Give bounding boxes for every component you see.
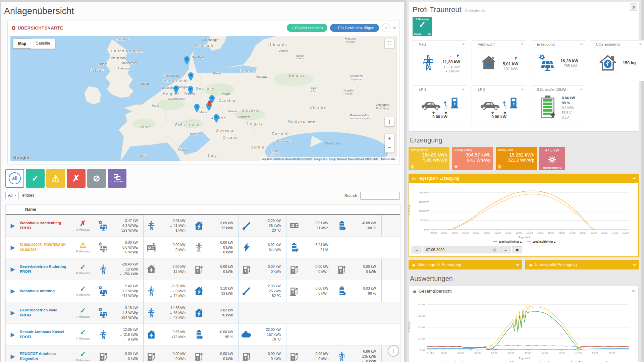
play-button[interactable]: ▶ (6, 266, 20, 273)
chevron-down-icon[interactable] (580, 87, 583, 90)
ertrag-tile[interactable]: Ertrag Vortag 304,57 kWh 6,41 Wh/Wp (452, 147, 493, 170)
map-label: Lithuania (268, 43, 287, 47)
page-size-select[interactable]: All ▾ (5, 192, 19, 199)
device-card-verbrauch[interactable]: ○Verbrauch ←5,01 kW 101 kWh (472, 40, 526, 81)
collapse-chevron-icon[interactable] (393, 25, 396, 29)
device-cell: 0.00 kW0 kWh (96, 346, 143, 362)
settings-button[interactable] (630, 3, 637, 11)
tagesgrafik-panel: Tagesgrafik Erzeugung Leistung 0 W5000 W… (409, 174, 639, 257)
map-pin[interactable] (187, 72, 194, 81)
device-cell: -0.08 kW100 % (334, 215, 381, 236)
device-cell: -14.63 kW→ 36 kWh← 47 kWh (143, 302, 191, 323)
play-button[interactable]: ▶ (6, 353, 20, 360)
ertrag-tile[interactable]: Ertrag Jahr 15.262 kWh 321,2 Wh/Wp (496, 147, 537, 170)
column-divider (381, 346, 382, 362)
car-icon (421, 100, 441, 110)
expand-button[interactable] (382, 23, 390, 32)
jahresgrafik-bar[interactable]: Jahresgrafik Erzeugung (525, 260, 639, 269)
map-type-satellite[interactable]: Satellite (31, 39, 55, 49)
plant-name-link[interactable]: 51909-00005: POWRBANK 30-60/208 (20, 242, 70, 252)
y-axis-label: Leistung (408, 322, 411, 332)
fullscreen-button[interactable] (385, 39, 394, 48)
gesamtuebersicht-header[interactable]: Gesamtübersicht (409, 286, 638, 297)
pegman-button[interactable] (385, 117, 394, 126)
legend-item[interactable]: Wechselrichter 1 (493, 240, 522, 243)
date-field[interactable]: 07.05.2020 (423, 246, 499, 253)
tagesgrafik-header[interactable]: Tagesgrafik Erzeugung (409, 174, 638, 183)
play-button[interactable]: ▶ (6, 288, 20, 295)
plant-name-link[interactable]: Gewerbebetrieb Wald PROFI (20, 308, 70, 318)
map-label: Isle of Man (111, 57, 125, 60)
chevron-down-icon[interactable] (521, 42, 524, 45)
add-device-button[interactable]: + Ein Gerät hinzufügen (330, 24, 379, 32)
map-label: Edinburgh (116, 38, 129, 41)
device-card-lp-1[interactable]: ○LP 1 ◆ - - - ◆ 0.00 kW (413, 85, 467, 126)
monatsgrafik-bar[interactable]: Monatsgrafik Erzeugung (409, 260, 522, 269)
zoom-in-button[interactable]: + (385, 134, 394, 143)
chevron-down-icon[interactable] (639, 42, 642, 45)
play-button[interactable]: ▶ (6, 244, 20, 251)
play-button[interactable]: ▶ (6, 309, 20, 316)
chevron-down-icon[interactable] (462, 42, 465, 45)
terms-link[interactable]: Terms of Use (381, 158, 395, 161)
prev-day-button[interactable]: ← (412, 246, 422, 253)
plant-overview-section: Anlagenübersicht ÜBERSICHTSKARTE + Clust… (1, 2, 404, 362)
chevron-down-icon[interactable] (462, 87, 465, 90)
map-type-map[interactable]: Map (13, 39, 31, 49)
plant-name-link[interactable]: Wohnhaus Altötting (20, 289, 70, 294)
map-pin[interactable] (173, 85, 179, 94)
filter-all-button[interactable]: all (5, 169, 24, 188)
home-button[interactable] (512, 246, 522, 253)
filter-warning-button[interactable]: ⚠ (46, 169, 65, 188)
europe-map[interactable]: EdinburghUnited KingdomIsle of ManDublin… (10, 36, 397, 161)
map-pin-alert[interactable] (207, 100, 212, 107)
next-day-button[interactable]: → (500, 246, 511, 253)
column-divider (286, 324, 286, 345)
status-tile[interactable]: 7 Minute(n) ✓ Status Ok (413, 17, 432, 36)
pylon-icon (194, 242, 204, 253)
map-pin[interactable] (194, 104, 200, 113)
create-cluster-button[interactable]: + Cluster erstellen (287, 24, 327, 32)
map-pin[interactable] (183, 56, 190, 65)
map-label: Germany (196, 86, 215, 90)
plant-name-link[interactable]: Wohnhaus Handenberg PROFI (20, 221, 70, 231)
map-pin[interactable] (187, 86, 194, 95)
filter-offline-button[interactable]: ⊘ (87, 169, 106, 188)
svg-text:07:00: 07:00 (463, 231, 469, 234)
power-value: -11,28 kW (441, 60, 460, 64)
filter-error-button[interactable]: ✗ (67, 169, 86, 188)
chevron-down-icon[interactable] (521, 87, 524, 90)
house-icon (194, 307, 204, 318)
search-input[interactable] (360, 192, 400, 200)
plant-name-link[interactable]: PEUGEOT Autohaus Klagenfurt (20, 351, 70, 361)
map-type-switcher[interactable]: Map Satellite (13, 39, 55, 49)
table-row: ▶Gewerbebetrieb Wald PROFI ✓ 7 Minutes 3… (6, 302, 400, 324)
play-button[interactable]: ▶ (6, 331, 20, 338)
device-card-erzeugung[interactable]: ○Erzeugung 16,28 kW 285 kWh (531, 40, 585, 81)
play-button[interactable]: ▶ (6, 222, 20, 229)
ertrag-tile[interactable]: Ertrag Heute 284,60 kWh 5,99 Wh/Wp (409, 147, 449, 170)
filter-ok-button[interactable]: ✓ (26, 169, 45, 188)
device-detail-section: Profi Traunreut Gerätedetails 7 Minute(n… (407, 0, 641, 362)
legend-item[interactable]: Wechselrichter 2 (527, 240, 555, 243)
gesamtuebersicht-legend: EigenverbrauchNVP BezugNVP LieferungBatt… (411, 360, 638, 362)
table-header[interactable]: Name (6, 205, 400, 215)
filter-cluster-button[interactable]: CLUSTER (108, 169, 126, 188)
device-cell: -20.40 kW→ 12 kWh← 256 kWh (96, 258, 143, 280)
device-card-co2-ersparnis[interactable]: ○CO2 Ersparnis 150 kg (590, 40, 644, 81)
chevron-down-icon[interactable] (580, 42, 583, 45)
device-card-netz[interactable]: ○Netz ←-11,28 kW → 41 kWh ← 226 kWh (413, 40, 467, 81)
table-row: ▶PEUGEOT Autohaus Klagenfurt ✓ 6 Minutes… (6, 346, 400, 362)
map-pin[interactable] (213, 114, 220, 123)
svg-text:17:00: 17:00 (569, 231, 576, 234)
zoom-out-button[interactable]: − (385, 143, 394, 153)
plant-name-link[interactable]: Gewerbebetrieb Ruderting PROFI (20, 264, 70, 274)
device-card-lp-2[interactable]: ○LP 2 ◆ - - - ◆ 0.00 kW (472, 85, 526, 126)
scroll-to-top-button[interactable]: ↑ (388, 345, 399, 357)
pylon-icon (98, 264, 109, 275)
device-card-ssl-esafer-10kwh[interactable]: ○SSL esafer 10kWh 0.04 kW99 %9.9 kWh53.5… (531, 85, 585, 126)
plant-name-link[interactable]: Renault Autohaus Kassel PROFI (20, 329, 70, 340)
name-column-header[interactable]: Name (25, 207, 36, 212)
wechselrichter-tile[interactable]: 47,5 kW Wechselrichter 2 (539, 147, 565, 170)
device-values: 0.00 kW0.0 W/Wp0 W/Wp (122, 240, 138, 255)
